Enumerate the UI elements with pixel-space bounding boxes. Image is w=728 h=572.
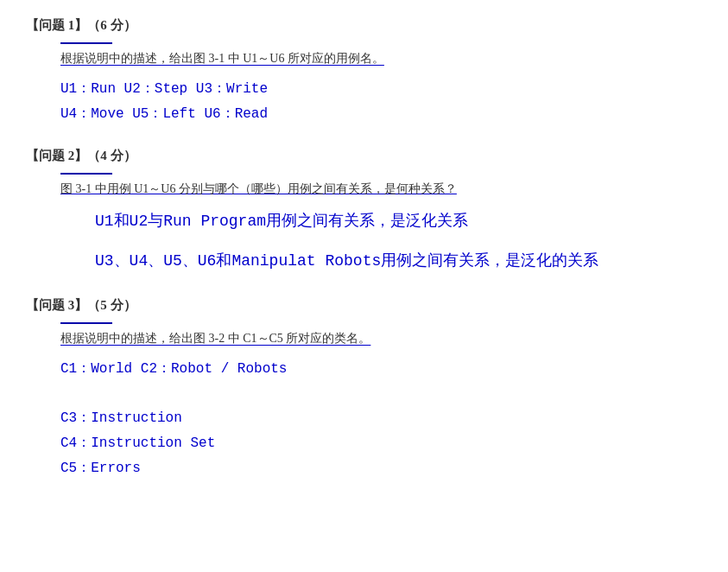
q3-answer-4: C4：Instruction Set [60,431,702,456]
q1-answer-1: U1：Run U2：Step U3：Write [60,77,702,102]
q1-answers: U1：Run U2：Step U3：Write U4：Move U5：Left … [60,77,702,127]
q3-description: 根据说明中的描述，给出图 3-2 中 C1～C5 所对应的类名。 [60,331,702,346]
q2-header: 【问题 2】（4 分） [26,148,702,164]
q1-header: 【问题 1】（6 分） [26,17,702,34]
q1-answer-2: U4：Move U5：Left U6：Read [60,102,702,127]
q2-bracket: 【问题 2】（4 分） [26,149,136,162]
section-q3: 【问题 3】（5 分） 根据说明中的描述，给出图 3-2 中 C1～C5 所对应… [26,297,702,481]
q3-answer-5: C5：Errors [60,456,702,481]
q3-answer-3: C3：Instruction [60,406,702,431]
q1-divider [60,42,112,44]
q2-answer-2-block: U3、U4、U5、U6和Manipulat Robots用例之间有关系，是泛化的… [60,245,702,276]
q3-answer-blank [60,381,702,406]
q2-divider [60,173,112,175]
q2-answer-2: U3、U4、U5、U6和Manipulat Robots用例之间有关系，是泛化的… [95,245,702,276]
q3-divider [60,322,112,324]
q3-bracket: 【问题 3】（5 分） [26,298,136,312]
q3-answers: C1：World C2：Robot / Robots C3：Instructio… [60,357,702,481]
q1-description: 根据说明中的描述，给出图 3-1 中 U1～U6 所对应的用例名。 [60,51,702,67]
q1-bracket: 【问题 1】（6 分） [26,18,136,32]
q2-answer-1-block: U1和U2与Run Program用例之间有关系，是泛化关系 [60,206,702,237]
q2-desc-text: 图 3-1 中用例 U1～U6 分别与哪个（哪些）用例之间有关系，是何种关系？ [60,182,457,195]
q2-answer-1: U1和U2与Run Program用例之间有关系，是泛化关系 [95,206,702,237]
q2-description: 图 3-1 中用例 U1～U6 分别与哪个（哪些）用例之间有关系，是何种关系？ [60,181,702,197]
q3-header: 【问题 3】（5 分） [26,297,702,314]
q3-answer-1: C1：World C2：Robot / Robots [60,357,702,382]
section-q1: 【问题 1】（6 分） 根据说明中的描述，给出图 3-1 中 U1～U6 所对应… [26,17,702,127]
page-content: 【问题 1】（6 分） 根据说明中的描述，给出图 3-1 中 U1～U6 所对应… [26,17,702,481]
section-q2: 【问题 2】（4 分） 图 3-1 中用例 U1～U6 分别与哪个（哪些）用例之… [26,148,702,276]
